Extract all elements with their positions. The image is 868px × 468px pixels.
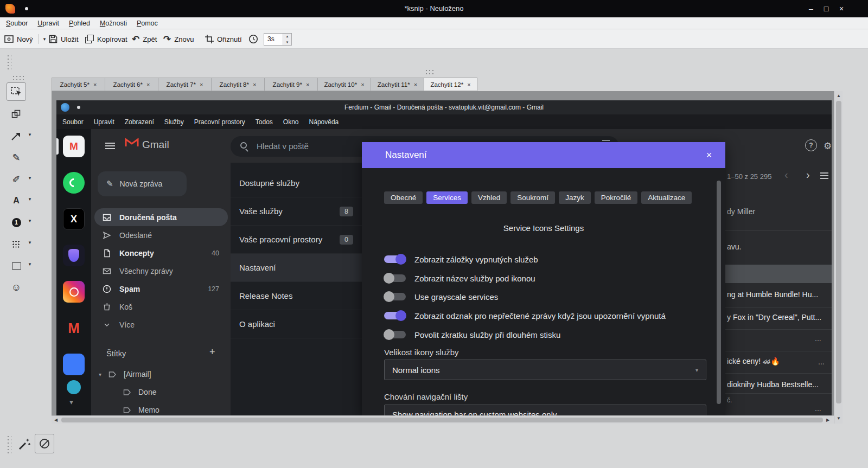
settings-nav-settings[interactable]: Nastavení	[231, 254, 362, 282]
page-prev-icon[interactable]: ‹	[784, 169, 788, 181]
tab-zachytit-7[interactable]: Zachytit 7*×	[158, 78, 212, 91]
service-icon-x[interactable]: X	[63, 208, 85, 230]
effects-button[interactable]	[14, 434, 35, 454]
dialog-close-icon[interactable]: ×	[701, 148, 717, 162]
gmail-nav-trash[interactable]: Koš	[94, 298, 228, 316]
fmenu-pracovni-prostory[interactable]: Pracovní prostory	[194, 118, 245, 126]
settings-nav-available-services[interactable]: Dostupné služby	[231, 169, 362, 197]
gmail-nav-inbox[interactable]: Doručená pošta	[94, 208, 228, 226]
email-fragment[interactable]: ...	[815, 404, 821, 413]
tab-obecne[interactable]: Obecné	[384, 191, 423, 204]
service-icon-gmail[interactable]: M	[63, 136, 85, 157]
service-icon-gmail-2[interactable]: M	[63, 317, 85, 339]
service-icon-teal[interactable]	[67, 380, 81, 394]
service-icon-proton[interactable]	[63, 245, 85, 266]
tab-close-icon[interactable]: ×	[306, 81, 309, 88]
service-icon-instagram[interactable]	[63, 281, 85, 303]
menu-pomoc[interactable]: Pomoc	[132, 17, 163, 29]
tab-zachytit-5[interactable]: Zachytit 5*×	[52, 78, 105, 91]
scroll-right-icon[interactable]: ▶	[826, 418, 829, 422]
compose-button[interactable]: ✎ Nová zpráva	[98, 171, 187, 196]
tab-zachytit-11[interactable]: Zachytit 11*×	[371, 78, 424, 91]
tab-zachytit-6[interactable]: Zachytit 6*×	[105, 78, 158, 91]
help-icon[interactable]: ?	[805, 139, 817, 151]
horizontal-scroll-thumb[interactable]	[61, 418, 823, 422]
email-fragment[interactable]: ...	[815, 334, 821, 343]
no-effect-button[interactable]	[35, 434, 54, 453]
tool-sticker[interactable]: ☺	[7, 278, 26, 297]
spin-down-icon[interactable]: ▼	[283, 40, 291, 46]
tab-zachytit-10[interactable]: Zachytit 10*×	[317, 78, 371, 91]
tool-duplicate[interactable]	[7, 105, 26, 124]
rectangle-tool-caret-icon[interactable]: ▾	[27, 261, 33, 267]
tool-pixelate[interactable]	[7, 235, 26, 253]
tab-pokrocile[interactable]: Pokročilé	[595, 191, 638, 204]
menu-upravit[interactable]: Upravit	[33, 17, 64, 29]
gmail-nav-more[interactable]: Více	[94, 316, 228, 334]
tool-rectangle[interactable]	[7, 257, 26, 275]
tool-text[interactable]: A	[7, 191, 26, 210]
gmail-nav-sent[interactable]: Odeslané	[94, 226, 228, 244]
effects-drag-handle[interactable]	[7, 435, 11, 454]
save-button[interactable]: Uložit	[49, 29, 79, 49]
gmail-hamburger-icon[interactable]	[105, 143, 115, 144]
icon-size-select[interactable]: Normal icons ▾	[384, 360, 706, 380]
gmail-nav-spam[interactable]: Spam127	[94, 280, 228, 298]
toggle-switch[interactable]	[384, 331, 406, 338]
gear-icon[interactable]: ⚙	[824, 140, 832, 152]
pixelate-tool-caret-icon[interactable]: ▾	[27, 240, 33, 245]
email-fragment[interactable]: č.	[727, 396, 732, 404]
tab-close-icon[interactable]: ×	[467, 81, 470, 88]
search-filter-icon[interactable]	[602, 140, 610, 141]
navbar-behavior-select[interactable]: Show navigation bar on custom websites o…	[384, 405, 706, 415]
settings-nav-about[interactable]: O aplikaci	[231, 310, 362, 338]
redo-button[interactable]: ↷ Znovu	[163, 29, 194, 49]
selected-email-row[interactable]	[725, 265, 832, 283]
dialog-scrollbar[interactable]	[717, 181, 721, 404]
tab-close-icon[interactable]: ×	[93, 81, 97, 88]
scroll-down-icon[interactable]: ▼	[837, 416, 841, 421]
tab-close-icon[interactable]: ×	[414, 81, 417, 88]
tab-zachytit-9[interactable]: Zachytit 9*×	[264, 78, 318, 91]
toggle-switch[interactable]	[384, 312, 406, 319]
email-fragment[interactable]: ické ceny! 🏎🔥	[727, 357, 780, 366]
toolbar-drag-handle[interactable]	[12, 75, 26, 80]
tool-number[interactable]: 1	[7, 213, 26, 232]
toggle-switch[interactable]	[384, 293, 406, 300]
gmail-nav-drafts[interactable]: Koncepty40	[94, 244, 228, 262]
tool-pencil[interactable]: ✎	[7, 149, 26, 167]
tab-jazyk[interactable]: Jazyk	[559, 191, 591, 204]
split-view-icon[interactable]	[820, 172, 828, 174]
arrow-tool-caret-icon[interactable]: ▾	[27, 132, 33, 137]
menu-soubor[interactable]: Soubor	[1, 17, 33, 29]
spin-up-icon[interactable]: ▲	[283, 34, 291, 40]
new-button[interactable]: Nový ▾	[4, 29, 46, 49]
email-fragment[interactable]: ng at Humble Bundle! Hu...	[727, 290, 818, 299]
text-tool-caret-icon[interactable]: ▾	[27, 196, 33, 202]
tool-marker[interactable]: ✐	[7, 170, 26, 189]
toggle-switch[interactable]	[384, 255, 406, 263]
close-button[interactable]: ×	[835, 3, 847, 14]
tab-vzhled[interactable]: Vzhled	[471, 191, 507, 204]
tab-services[interactable]: Services	[426, 191, 468, 204]
tab-aktualizace[interactable]: Aktualizace	[641, 191, 692, 204]
settings-nav-release-notes[interactable]: Release Notes	[231, 282, 362, 310]
email-fragment[interactable]: y Fox in "Dry Cereal", Putt...	[727, 313, 821, 322]
scroll-left-icon[interactable]: ◀	[54, 418, 58, 422]
delay-spinbox[interactable]: 3s ▲ ▼	[264, 33, 292, 46]
vertical-scrollbar[interactable]: ▲ ▼	[834, 91, 843, 424]
email-fragment[interactable]: dioknihy Hudba Bestselle...	[727, 380, 819, 389]
add-label-icon[interactable]: +	[209, 347, 215, 357]
service-icon-blue[interactable]	[63, 354, 85, 375]
menu-pohled[interactable]: Pohled	[64, 17, 95, 29]
tab-zachytit-12[interactable]: Zachytit 12*×	[424, 78, 477, 91]
label-expand-caret-icon[interactable]: ▾	[99, 371, 101, 377]
fmenu-napoveda[interactable]: Nápověda	[309, 118, 339, 126]
settings-nav-workspaces[interactable]: Vaše pracovní prostory0	[231, 226, 362, 254]
label-done[interactable]: Done	[123, 384, 156, 400]
tool-select[interactable]	[7, 82, 26, 101]
fmenu-todos[interactable]: Todos	[256, 118, 273, 126]
services-chevron-down-icon[interactable]: ▾	[69, 398, 73, 406]
fmenu-okno[interactable]: Okno	[283, 118, 299, 126]
email-fragment[interactable]: avu.	[727, 242, 741, 251]
